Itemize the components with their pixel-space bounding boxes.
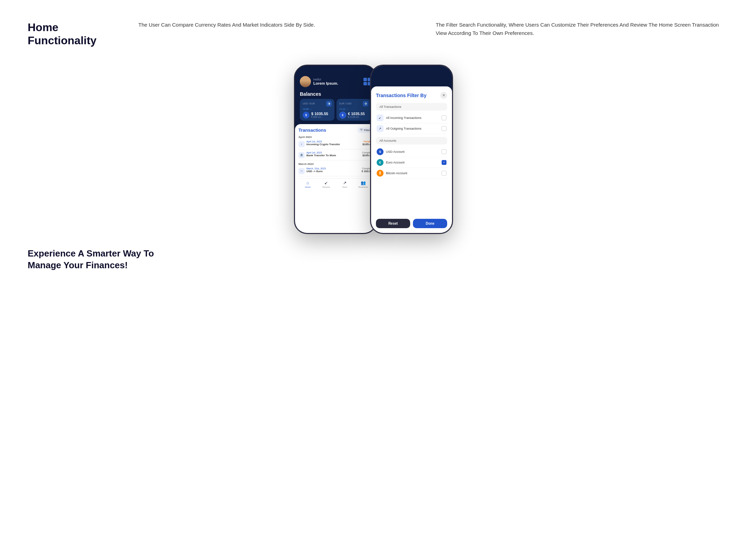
bitcoin-account-checkbox[interactable]: [442, 171, 446, 176]
phone-2: Transactions Filter By ✕ All Transaction…: [370, 65, 453, 234]
euro-account-icon: €: [377, 159, 384, 166]
reset-button[interactable]: Reset: [376, 219, 410, 228]
user-name: Lorem Ipsum.: [313, 81, 338, 85]
tx-item-bank[interactable]: 🏦 April 1st, 2023 Bank Transfer To Mom C…: [298, 151, 372, 160]
desc-left-text: The User Can Compare Currency Rates And …: [138, 21, 422, 29]
user-greeting: Hello! Lorem Ipsum.: [313, 78, 338, 85]
modal-title: Transactions Filter By: [376, 93, 426, 98]
bottom-tagline: Experience A Smarter Way ToManage Your F…: [28, 248, 719, 271]
desc-left: The User Can Compare Currency Rates And …: [138, 21, 422, 29]
bottom-section: Experience A Smarter Way ToManage Your F…: [28, 248, 719, 271]
top-section: Home Functionality The User Can Compare …: [28, 21, 719, 47]
eur-card-main: € € 1035.55 $ 1149.10 ↑: [339, 112, 368, 119]
title-column: Home Functionality: [28, 21, 124, 47]
nav-receive-label: Receive: [322, 186, 330, 188]
bitcoin-account-label: Bitcoin Account: [386, 171, 407, 175]
all-transactions-label: All Transactions: [376, 103, 447, 111]
usd-amount-sub: € 833.13 ↓: [311, 116, 328, 118]
month-april: April 2023: [298, 136, 372, 139]
all-accounts-label: All Accounts: [376, 137, 447, 144]
nav-recipients-label: Recipients: [358, 186, 368, 188]
tx-info-crypto: April 1st, 2023 Incoming Crypto Transfer: [306, 140, 361, 146]
usd-balance-card[interactable]: USD / EUR +0.00 → $ $ 1035.55 € 833.13 ↓: [300, 99, 334, 121]
tx-date-crypto: April 1st, 2023: [306, 140, 361, 143]
tx-icon-bank: 🏦: [298, 152, 305, 158]
nav-recipients[interactable]: 👥 Recipients: [354, 180, 373, 188]
eur-amount-sub: $ 1149.10 ↑: [348, 116, 365, 118]
tx-name-bank: Bank Transfer To Mom: [306, 154, 360, 157]
arrow-btn-usd[interactable]: [326, 101, 332, 106]
phone-1-content: Hello! Lorem Ipsum. Balances USD / E: [295, 66, 376, 233]
usd-amounts: $ 1035.55 € 833.13 ↓: [311, 112, 328, 118]
recipients-icon: 👥: [361, 180, 366, 185]
tagline-text: Experience A Smarter Way ToManage Your F…: [28, 248, 154, 270]
usd-account-checkbox[interactable]: [442, 149, 446, 154]
filter-usd-account[interactable]: $ USD Account: [376, 147, 447, 157]
eur-amount-main: € 1035.55: [348, 112, 365, 116]
phones-wrapper: Hello! Lorem Ipsum. Balances USD / E: [28, 65, 719, 234]
euro-account-checkbox[interactable]: ✓: [442, 160, 446, 165]
tx-title: Transactions: [298, 128, 326, 133]
home-icon: ⌂: [306, 180, 309, 185]
incoming-checkbox[interactable]: [442, 115, 446, 120]
phone-2-notch: [398, 66, 425, 73]
tx-date-exchange: March, 31st, 2023: [306, 167, 360, 170]
arrow-btn-eur[interactable]: [363, 101, 368, 106]
card-header-usd: USD / EUR: [303, 101, 332, 106]
usd-account-icon: $: [377, 148, 384, 155]
usd-amount-main: $ 1035.55: [311, 112, 328, 116]
tx-item-usd-euro[interactable]: ↔ March, 31st, 2023 USD -> Euro Complete…: [298, 167, 372, 176]
usd-icon: $: [303, 112, 310, 119]
tx-icon-exchange: ↔: [298, 168, 305, 174]
tx-info-bank: April 1st, 2023 Bank Transfer To Mom: [306, 151, 360, 157]
phone-1: Hello! Lorem Ipsum. Balances USD / E: [294, 65, 377, 234]
send-icon: ↗: [343, 180, 347, 185]
filter-incoming[interactable]: ↙ All Incoming Transactions: [376, 113, 447, 123]
filter-euro-account[interactable]: € Euro Account ✓: [376, 157, 447, 168]
eur-pair: EUR / USD: [339, 102, 351, 105]
usd-card-main: $ $ 1035.55 € 833.13 ↓: [303, 112, 332, 119]
tx-name-exchange: USD -> Euro: [306, 170, 360, 173]
phone-2-content: Transactions Filter By ✕ All Transaction…: [371, 66, 452, 233]
eur-balance-card[interactable]: EUR / USD +1.11 → € € 1035.55 $ 1149.10 …: [336, 99, 371, 121]
page-title: Home Functionality: [28, 21, 124, 47]
nav-send-label: Send: [342, 186, 347, 188]
filter-bitcoin-left: ₿ Bitcoin Account: [377, 170, 407, 177]
tx-header: Transactions Filter: [298, 128, 372, 133]
done-button[interactable]: Done: [413, 219, 447, 228]
modal-buttons: Reset Done: [376, 215, 447, 228]
filter-label: Filter: [364, 129, 370, 132]
filter-euro-left: € Euro Account: [377, 159, 405, 166]
usd-pair: USD / EUR: [303, 102, 315, 105]
nav-home-label: Home: [305, 186, 311, 188]
eur-icon: €: [339, 112, 346, 119]
filter-usd-left: $ USD Account: [377, 148, 405, 155]
close-button[interactable]: ✕: [440, 92, 447, 99]
hello-text: Hello!: [313, 78, 338, 81]
filter-outgoing[interactable]: ↗ All Outgoing Transactions: [376, 123, 447, 134]
balances-label: Balances: [295, 90, 376, 99]
nav-receive[interactable]: ↙ Receive: [317, 180, 336, 188]
eur-amounts: € 1035.55 $ 1149.10 ↑: [348, 112, 365, 118]
usd-change: +0.00 →: [303, 108, 332, 110]
month-march: March 2023: [298, 162, 372, 166]
filter-bitcoin-account[interactable]: ₿ Bitcoin Account: [376, 168, 447, 179]
phone-1-notch: [322, 66, 349, 73]
receive-icon: ↙: [324, 180, 328, 185]
desc-right: The Filter Search Functionality, Where U…: [436, 21, 719, 37]
outgoing-checkbox[interactable]: [442, 126, 446, 131]
usd-account-label: USD Account: [386, 150, 405, 153]
incoming-icon: ↙: [377, 114, 384, 121]
nav-home[interactable]: ⌂ Home: [298, 180, 317, 188]
desc-right-text: The Filter Search Functionality, Where U…: [436, 21, 719, 37]
incoming-label: All Incoming Transactions: [386, 116, 422, 120]
tx-item-crypto[interactable]: ↓ April 1st, 2023 Incoming Crypto Transf…: [298, 140, 372, 149]
tx-info-exchange: March, 31st, 2023 USD -> Euro: [306, 167, 360, 173]
card-header-eur: EUR / USD: [339, 101, 368, 106]
outgoing-icon: ↗: [377, 125, 384, 132]
user-info: Hello! Lorem Ipsum.: [300, 76, 338, 87]
euro-account-label: Euro Account: [386, 161, 405, 164]
nav-send[interactable]: ↗ Send: [335, 180, 354, 188]
bottom-nav: ⌂ Home ↙ Receive ↗ Send 👥 Recipients: [298, 178, 372, 189]
tx-icon-crypto: ↓: [298, 141, 305, 147]
